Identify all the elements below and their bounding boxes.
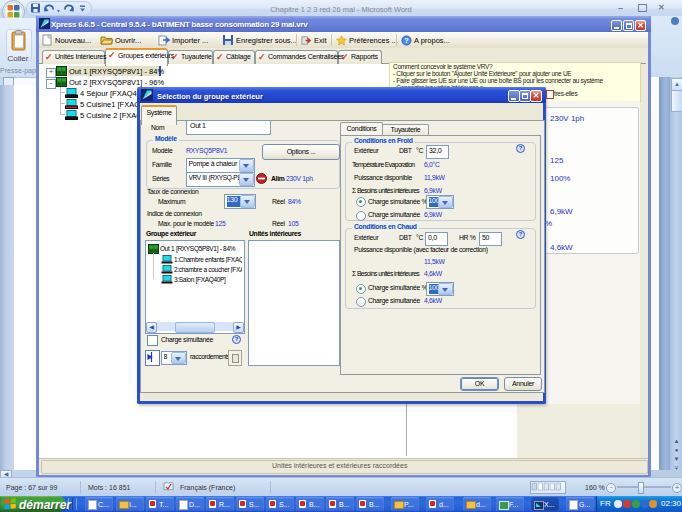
- svg-text:?: ?: [404, 36, 409, 45]
